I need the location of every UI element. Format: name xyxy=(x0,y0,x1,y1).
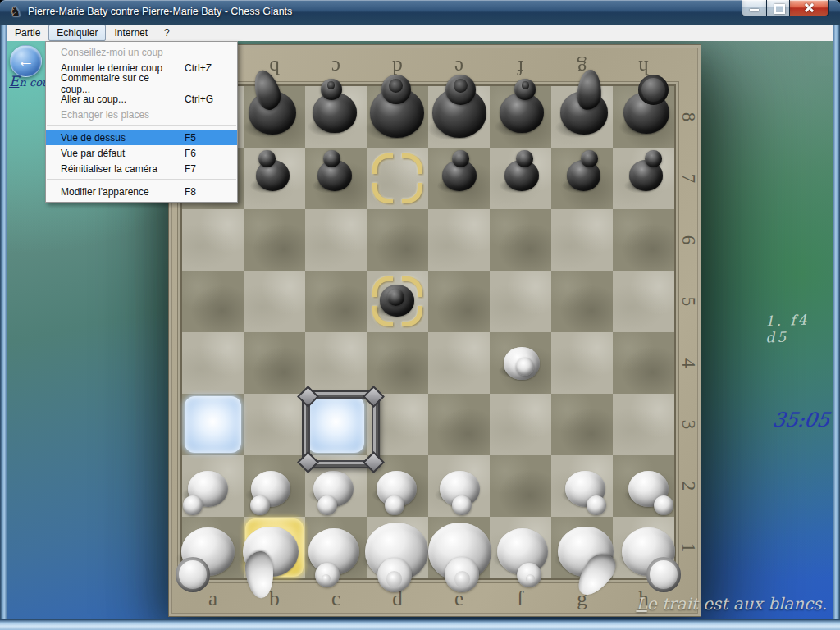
highlight-target-a3[interactable] xyxy=(185,396,241,453)
piece-finial xyxy=(454,571,471,587)
square-g6[interactable] xyxy=(551,209,613,271)
menu-item-shortcut: F6 xyxy=(185,148,226,159)
minimize-button[interactable] xyxy=(742,0,767,16)
menu-separator xyxy=(47,179,236,180)
square-b5[interactable] xyxy=(244,271,305,332)
menubar-item-echiquier[interactable]: Echiquier xyxy=(48,25,106,41)
close-icon xyxy=(804,2,815,13)
menu-item-label: Echanger les places xyxy=(61,109,149,121)
square-c4[interactable] xyxy=(305,332,367,394)
move-list: 1. f4 d5 xyxy=(765,311,833,346)
menu-item-label: Vue par défaut xyxy=(61,148,125,159)
square-e6[interactable] xyxy=(428,209,490,271)
menu-item-7[interactable]: Vue par défautF6 xyxy=(46,145,237,161)
menu-item-4[interactable]: Echanger les places xyxy=(46,107,237,122)
gold-bracket-icon xyxy=(372,183,393,203)
menu-item-6[interactable]: Vue de dessusF5 xyxy=(46,130,237,145)
square-g3[interactable] xyxy=(551,394,613,455)
piece-head xyxy=(516,150,533,167)
maximize-icon xyxy=(774,4,785,14)
square-e3[interactable] xyxy=(428,394,490,455)
piece-head xyxy=(646,557,682,592)
square-a6[interactable] xyxy=(182,209,244,271)
piece-finial xyxy=(386,571,403,587)
square-g4[interactable] xyxy=(551,332,613,394)
rank-labels-right: 87654321 xyxy=(676,86,701,578)
square-f2[interactable] xyxy=(490,455,551,517)
menu-item-label: Commentaire sur ce coup... xyxy=(61,72,176,95)
menu-separator xyxy=(47,125,236,126)
square-b3[interactable] xyxy=(244,394,305,455)
square-h5[interactable] xyxy=(613,271,674,332)
menu-item-8[interactable]: Réinitialiser la caméraF7 xyxy=(46,161,237,176)
square-h3[interactable] xyxy=(613,394,674,455)
piece-finial xyxy=(454,79,468,93)
menu-item-shortcut: Ctrl+G xyxy=(185,94,226,105)
game-status-label: En cou xyxy=(9,73,48,89)
piece-head xyxy=(452,150,469,167)
piece-head xyxy=(645,150,662,167)
square-b6[interactable] xyxy=(244,209,305,271)
app-icon: ♞ xyxy=(7,4,24,21)
chess-board: abcdefgh abcdefgh 87654321 xyxy=(168,44,701,617)
square-g5[interactable] xyxy=(551,271,613,332)
menu-item-label: Conseillez-moi un coup xyxy=(61,47,163,58)
square-f6[interactable] xyxy=(490,209,551,271)
menu-item-shortcut: Ctrl+Z xyxy=(185,62,226,74)
square-e4[interactable] xyxy=(428,332,490,394)
menu-bar: PartieEchiquierInternet? xyxy=(7,25,833,42)
menubar-item-internet[interactable]: Internet xyxy=(106,25,156,41)
window-border-left xyxy=(0,25,7,619)
file-label-f: f xyxy=(490,581,551,615)
game-clock: 35:05 xyxy=(771,409,831,431)
piece-finial xyxy=(389,79,403,93)
square-h6[interactable] xyxy=(613,209,674,271)
piece-head xyxy=(581,150,598,167)
square-c6[interactable] xyxy=(305,209,367,271)
square-d6[interactable] xyxy=(367,209,428,271)
minimize-icon xyxy=(750,9,759,11)
square-a4[interactable] xyxy=(182,332,244,394)
window-border-bottom xyxy=(0,619,840,630)
gold-bracket-icon xyxy=(402,153,422,174)
square-d4[interactable] xyxy=(367,332,428,394)
square-c5[interactable] xyxy=(305,271,367,332)
window-title: Pierre-Marie Baty contre Pierre-Marie Ba… xyxy=(28,6,292,17)
square-b4[interactable] xyxy=(244,332,305,394)
menu-item-label: Vue de dessus xyxy=(61,132,126,144)
turn-message: Le trait est aux blancs. xyxy=(636,594,827,614)
menubar-item-?[interactable]: ? xyxy=(156,25,178,41)
window-border-right xyxy=(833,25,840,619)
file-label-c: c xyxy=(305,581,367,615)
piece-head xyxy=(258,150,276,167)
move-from-marker-d7 xyxy=(367,148,428,209)
close-button[interactable] xyxy=(790,0,829,16)
caption-buttons xyxy=(742,0,829,16)
menu-item-label: Réinitialiser la caméra xyxy=(61,163,158,175)
title-bar[interactable]: ♞ Pierre-Marie Baty contre Pierre-Marie … xyxy=(0,0,840,25)
hover-frame-c3[interactable] xyxy=(304,392,378,467)
gold-bracket-icon xyxy=(372,153,393,174)
menu-item-10[interactable]: Modifier l'apparenceF8 xyxy=(46,184,237,199)
gold-bracket-icon xyxy=(402,183,422,203)
maximize-button[interactable] xyxy=(767,0,790,16)
menu-item-2[interactable]: Commentaire sur ce coup... xyxy=(46,75,237,91)
piece-head xyxy=(323,150,340,167)
menubar-item-partie[interactable]: Partie xyxy=(7,25,48,41)
menu-item-shortcut: F7 xyxy=(185,163,226,175)
square-a5[interactable] xyxy=(182,271,244,332)
square-h4[interactable] xyxy=(613,332,674,394)
menu-item-shortcut: F8 xyxy=(185,186,226,198)
menu-item-label: Aller au coup... xyxy=(61,94,126,105)
app-window: ♞ Pierre-Marie Baty contre Pierre-Marie … xyxy=(0,0,840,630)
menu-item-shortcut: F5 xyxy=(185,132,226,144)
menu-item-0[interactable]: Conseillez-moi un coup xyxy=(46,44,237,60)
square-e5[interactable] xyxy=(428,271,490,332)
board-grid xyxy=(182,86,674,578)
piece-head xyxy=(516,358,534,376)
square-f3[interactable] xyxy=(490,394,551,455)
dropdown-menu: Conseillez-moi un coupAnnuler le dernier… xyxy=(45,41,238,203)
menu-item-label: Modifier l'apparence xyxy=(61,186,149,198)
piece-head xyxy=(638,75,669,105)
square-f5[interactable] xyxy=(490,271,551,332)
